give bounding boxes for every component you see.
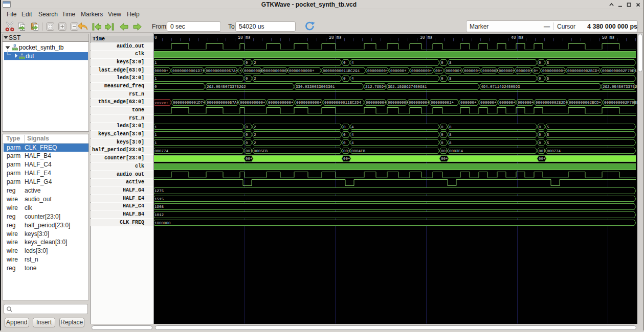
svg-text:0: 0: [246, 125, 248, 129]
svg-text:0: 0: [441, 133, 443, 137]
svg-text:0: 0: [539, 141, 541, 145]
svg-text:000000+: 000000+: [390, 69, 407, 73]
svg-text:0: 0: [246, 77, 248, 81]
svg-text:40: 40: [511, 35, 516, 40]
svg-text:000000+: 000000+: [499, 69, 515, 73]
svg-text:392.1568627450981: 392.1568627450981: [388, 85, 427, 89]
svg-text:000000+: 000000+: [499, 101, 516, 105]
svg-text:0: 0: [343, 141, 346, 145]
svg-text:0: 0: [441, 77, 443, 81]
svg-text:000000+: 000000+: [446, 69, 462, 73]
svg-text:4: 4: [351, 77, 354, 81]
svg-text:00000000001D7+: 00000000001D7+: [173, 101, 206, 105]
svg-text:0005EB: 0005EB: [254, 149, 268, 153]
svg-text:262.0545073375262: 262.0545073375262: [603, 85, 637, 89]
svg-text:1908: 1908: [154, 205, 164, 209]
svg-text:0000000002F70E5: 0000000002F70E5: [602, 69, 637, 73]
svg-text:212.7659+: 212.7659+: [365, 85, 386, 89]
svg-text:0: 0: [343, 77, 346, 81]
svg-text:00+: 00+: [246, 149, 253, 153]
svg-text:2: 2: [254, 77, 256, 81]
svg-text:00000000+: 00000000+: [244, 69, 265, 73]
svg-text:00+: 00+: [441, 149, 448, 153]
svg-text:0: 0: [154, 35, 157, 40]
svg-text:1000000: 1000000: [154, 221, 171, 225]
svg-text:4: 4: [351, 141, 354, 145]
svg-text:30: 30: [420, 35, 425, 40]
svg-text:2: 2: [254, 133, 256, 137]
svg-text:262.0545073375262: 262.0545073375262: [207, 85, 246, 89]
svg-text:00000000+: 00000000+: [366, 101, 387, 105]
svg-text:0: 0: [539, 61, 541, 65]
svg-text:5: 5: [547, 125, 549, 129]
svg-text:5: 5: [547, 141, 549, 145]
svg-text:000000000057A+: 000000000057A+: [207, 101, 239, 105]
svg-text:2: 2: [254, 141, 256, 145]
svg-text:1515: 1515: [154, 197, 164, 201]
svg-text:000000000282D+: 000000000282D+: [536, 101, 568, 105]
svg-text:4: 4: [351, 133, 354, 137]
svg-text:0: 0: [441, 125, 443, 129]
svg-text:000000+: 000000+: [460, 101, 477, 105]
svg-text:1: 1: [154, 61, 157, 65]
svg-text:0: 0: [343, 133, 346, 137]
svg-text:8: 8: [449, 133, 452, 137]
svg-text:00000000+: 00000000+: [409, 101, 430, 105]
svg-text:494.0711462450593: 494.0711462450593: [481, 85, 520, 89]
svg-text:000774: 000774: [547, 149, 561, 153]
svg-text:1: 1: [154, 77, 157, 81]
svg-text:00+: 00+: [435, 69, 442, 73]
svg-text:00000+: 00000+: [154, 69, 169, 73]
svg-text:00+: 00+: [343, 149, 350, 153]
svg-text:2: 2: [254, 61, 256, 65]
svg-text:1012: 1012: [154, 213, 164, 217]
svg-text:00000000+: 00000000+: [411, 69, 432, 73]
svg-text:000000+: 000000+: [482, 69, 499, 73]
svg-text:0000000000+: 0000000000+: [263, 69, 289, 73]
svg-text:0000000000+: 0000000000+: [296, 101, 322, 105]
svg-text:000000+: 000000+: [518, 101, 534, 105]
svg-text:330.0330033003301: 330.0330033003301: [296, 85, 335, 89]
svg-text:1275: 1275: [154, 189, 164, 193]
svg-text:000000000+: 000000000+: [542, 69, 566, 73]
svg-text:0000000000+: 0000000000+: [289, 69, 315, 73]
svg-text:0000000002BCD+: 0000000002BCD+: [567, 69, 600, 73]
svg-text:00000000+: 00000000+: [367, 69, 388, 73]
svg-text:0+: 0+: [534, 69, 539, 73]
svg-text:ms: ms: [337, 35, 342, 40]
svg-text:000000001+: 000000001+: [431, 101, 454, 105]
svg-text:00+: 00+: [441, 157, 448, 161]
svg-text:0: 0: [539, 77, 541, 81]
svg-text:8: 8: [449, 125, 452, 129]
svg-text:00000000011BC294: 00000000011BC294: [324, 101, 362, 105]
svg-text:0: 0: [441, 61, 443, 65]
svg-text:0: 0: [154, 85, 157, 89]
svg-text:00+: 00+: [539, 149, 546, 153]
svg-text:xxxxx+: xxxxx+: [154, 101, 169, 105]
svg-text:0004FB: 0004FB: [351, 149, 366, 153]
svg-text:5: 5: [547, 61, 549, 65]
svg-text:000774: 000774: [154, 149, 169, 153]
svg-text:000000+: 000000+: [480, 101, 497, 105]
svg-text:0: 0: [441, 141, 443, 145]
svg-text:0000000000+: 0000000000+: [240, 101, 265, 105]
svg-text:8: 8: [449, 77, 452, 81]
svg-text:0: 0: [246, 133, 248, 137]
svg-text:0003F4: 0003F4: [449, 149, 463, 153]
svg-text:00000000+: 00000000+: [388, 101, 409, 105]
svg-text:1: 1: [154, 141, 157, 145]
svg-text:ms: ms: [610, 35, 615, 40]
svg-text:00000000001D7+: 00000000001D7+: [172, 69, 205, 73]
svg-text:50: 50: [602, 35, 607, 40]
svg-text:00000000011BC294: 00000000011BC294: [323, 69, 360, 73]
svg-text:20: 20: [329, 35, 334, 40]
svg-text:00+: 00+: [246, 157, 253, 161]
svg-text:0: 0: [539, 133, 541, 137]
svg-text:ms: ms: [519, 35, 524, 40]
svg-text:4: 4: [351, 125, 354, 129]
svg-text:000000+: 000000+: [464, 69, 480, 73]
svg-text:0: 0: [343, 125, 346, 129]
svg-text:00+: 00+: [539, 157, 546, 161]
svg-text:0: 0: [246, 141, 248, 145]
svg-text:0: 0: [539, 125, 541, 129]
